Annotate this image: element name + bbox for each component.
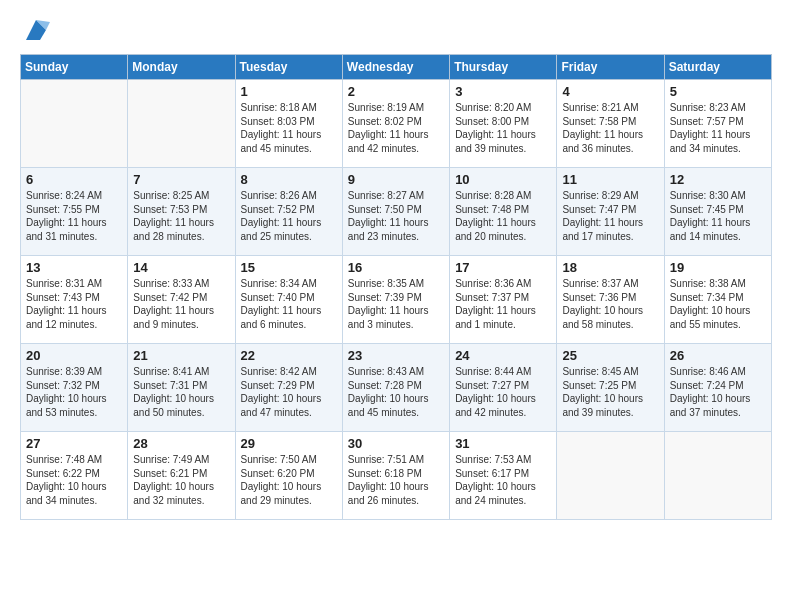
day-detail: Sunrise: 8:43 AM Sunset: 7:28 PM Dayligh… xyxy=(348,365,444,419)
day-cell: 8Sunrise: 8:26 AM Sunset: 7:52 PM Daylig… xyxy=(235,168,342,256)
day-detail: Sunrise: 8:46 AM Sunset: 7:24 PM Dayligh… xyxy=(670,365,766,419)
day-cell: 19Sunrise: 8:38 AM Sunset: 7:34 PM Dayli… xyxy=(664,256,771,344)
header-cell-sunday: Sunday xyxy=(21,55,128,80)
day-detail: Sunrise: 8:26 AM Sunset: 7:52 PM Dayligh… xyxy=(241,189,337,243)
day-detail: Sunrise: 8:44 AM Sunset: 7:27 PM Dayligh… xyxy=(455,365,551,419)
day-cell: 23Sunrise: 8:43 AM Sunset: 7:28 PM Dayli… xyxy=(342,344,449,432)
day-detail: Sunrise: 8:45 AM Sunset: 7:25 PM Dayligh… xyxy=(562,365,658,419)
calendar-table: SundayMondayTuesdayWednesdayThursdayFrid… xyxy=(20,54,772,520)
day-number: 26 xyxy=(670,348,766,363)
day-cell: 3Sunrise: 8:20 AM Sunset: 8:00 PM Daylig… xyxy=(450,80,557,168)
logo xyxy=(20,16,50,44)
day-cell: 28Sunrise: 7:49 AM Sunset: 6:21 PM Dayli… xyxy=(128,432,235,520)
day-number: 9 xyxy=(348,172,444,187)
day-detail: Sunrise: 8:20 AM Sunset: 8:00 PM Dayligh… xyxy=(455,101,551,155)
day-number: 15 xyxy=(241,260,337,275)
day-detail: Sunrise: 8:19 AM Sunset: 8:02 PM Dayligh… xyxy=(348,101,444,155)
day-number: 16 xyxy=(348,260,444,275)
day-number: 11 xyxy=(562,172,658,187)
header-row: SundayMondayTuesdayWednesdayThursdayFrid… xyxy=(21,55,772,80)
day-detail: Sunrise: 8:29 AM Sunset: 7:47 PM Dayligh… xyxy=(562,189,658,243)
day-number: 13 xyxy=(26,260,122,275)
day-cell: 12Sunrise: 8:30 AM Sunset: 7:45 PM Dayli… xyxy=(664,168,771,256)
day-detail: Sunrise: 8:21 AM Sunset: 7:58 PM Dayligh… xyxy=(562,101,658,155)
header-cell-saturday: Saturday xyxy=(664,55,771,80)
day-number: 10 xyxy=(455,172,551,187)
day-detail: Sunrise: 8:34 AM Sunset: 7:40 PM Dayligh… xyxy=(241,277,337,331)
day-cell: 2Sunrise: 8:19 AM Sunset: 8:02 PM Daylig… xyxy=(342,80,449,168)
day-number: 23 xyxy=(348,348,444,363)
day-number: 28 xyxy=(133,436,229,451)
day-detail: Sunrise: 7:49 AM Sunset: 6:21 PM Dayligh… xyxy=(133,453,229,507)
day-detail: Sunrise: 8:37 AM Sunset: 7:36 PM Dayligh… xyxy=(562,277,658,331)
page: SundayMondayTuesdayWednesdayThursdayFrid… xyxy=(0,0,792,536)
logo-icon xyxy=(22,16,50,44)
day-number: 3 xyxy=(455,84,551,99)
day-cell: 10Sunrise: 8:28 AM Sunset: 7:48 PM Dayli… xyxy=(450,168,557,256)
day-cell: 7Sunrise: 8:25 AM Sunset: 7:53 PM Daylig… xyxy=(128,168,235,256)
day-cell: 29Sunrise: 7:50 AM Sunset: 6:20 PM Dayli… xyxy=(235,432,342,520)
day-number: 25 xyxy=(562,348,658,363)
week-row-1: 1Sunrise: 8:18 AM Sunset: 8:03 PM Daylig… xyxy=(21,80,772,168)
week-row-5: 27Sunrise: 7:48 AM Sunset: 6:22 PM Dayli… xyxy=(21,432,772,520)
day-number: 2 xyxy=(348,84,444,99)
day-number: 27 xyxy=(26,436,122,451)
day-cell: 31Sunrise: 7:53 AM Sunset: 6:17 PM Dayli… xyxy=(450,432,557,520)
header xyxy=(20,16,772,44)
day-detail: Sunrise: 8:39 AM Sunset: 7:32 PM Dayligh… xyxy=(26,365,122,419)
day-cell: 5Sunrise: 8:23 AM Sunset: 7:57 PM Daylig… xyxy=(664,80,771,168)
day-detail: Sunrise: 7:50 AM Sunset: 6:20 PM Dayligh… xyxy=(241,453,337,507)
day-cell: 25Sunrise: 8:45 AM Sunset: 7:25 PM Dayli… xyxy=(557,344,664,432)
day-detail: Sunrise: 8:25 AM Sunset: 7:53 PM Dayligh… xyxy=(133,189,229,243)
day-cell: 9Sunrise: 8:27 AM Sunset: 7:50 PM Daylig… xyxy=(342,168,449,256)
day-number: 4 xyxy=(562,84,658,99)
day-detail: Sunrise: 8:42 AM Sunset: 7:29 PM Dayligh… xyxy=(241,365,337,419)
day-cell: 26Sunrise: 8:46 AM Sunset: 7:24 PM Dayli… xyxy=(664,344,771,432)
day-cell: 27Sunrise: 7:48 AM Sunset: 6:22 PM Dayli… xyxy=(21,432,128,520)
day-detail: Sunrise: 7:51 AM Sunset: 6:18 PM Dayligh… xyxy=(348,453,444,507)
day-number: 22 xyxy=(241,348,337,363)
week-row-2: 6Sunrise: 8:24 AM Sunset: 7:55 PM Daylig… xyxy=(21,168,772,256)
header-cell-tuesday: Tuesday xyxy=(235,55,342,80)
day-number: 17 xyxy=(455,260,551,275)
week-row-3: 13Sunrise: 8:31 AM Sunset: 7:43 PM Dayli… xyxy=(21,256,772,344)
day-cell: 4Sunrise: 8:21 AM Sunset: 7:58 PM Daylig… xyxy=(557,80,664,168)
day-cell xyxy=(557,432,664,520)
day-number: 20 xyxy=(26,348,122,363)
day-cell: 13Sunrise: 8:31 AM Sunset: 7:43 PM Dayli… xyxy=(21,256,128,344)
day-number: 21 xyxy=(133,348,229,363)
day-detail: Sunrise: 8:33 AM Sunset: 7:42 PM Dayligh… xyxy=(133,277,229,331)
day-cell: 20Sunrise: 8:39 AM Sunset: 7:32 PM Dayli… xyxy=(21,344,128,432)
header-cell-wednesday: Wednesday xyxy=(342,55,449,80)
day-cell: 16Sunrise: 8:35 AM Sunset: 7:39 PM Dayli… xyxy=(342,256,449,344)
day-cell: 30Sunrise: 7:51 AM Sunset: 6:18 PM Dayli… xyxy=(342,432,449,520)
day-number: 24 xyxy=(455,348,551,363)
day-detail: Sunrise: 8:24 AM Sunset: 7:55 PM Dayligh… xyxy=(26,189,122,243)
day-detail: Sunrise: 8:27 AM Sunset: 7:50 PM Dayligh… xyxy=(348,189,444,243)
day-detail: Sunrise: 8:30 AM Sunset: 7:45 PM Dayligh… xyxy=(670,189,766,243)
day-detail: Sunrise: 7:53 AM Sunset: 6:17 PM Dayligh… xyxy=(455,453,551,507)
day-number: 14 xyxy=(133,260,229,275)
header-cell-friday: Friday xyxy=(557,55,664,80)
day-cell: 14Sunrise: 8:33 AM Sunset: 7:42 PM Dayli… xyxy=(128,256,235,344)
day-number: 30 xyxy=(348,436,444,451)
day-number: 7 xyxy=(133,172,229,187)
day-detail: Sunrise: 8:31 AM Sunset: 7:43 PM Dayligh… xyxy=(26,277,122,331)
day-detail: Sunrise: 8:18 AM Sunset: 8:03 PM Dayligh… xyxy=(241,101,337,155)
day-cell: 17Sunrise: 8:36 AM Sunset: 7:37 PM Dayli… xyxy=(450,256,557,344)
day-number: 29 xyxy=(241,436,337,451)
day-cell: 18Sunrise: 8:37 AM Sunset: 7:36 PM Dayli… xyxy=(557,256,664,344)
day-detail: Sunrise: 8:28 AM Sunset: 7:48 PM Dayligh… xyxy=(455,189,551,243)
day-detail: Sunrise: 8:35 AM Sunset: 7:39 PM Dayligh… xyxy=(348,277,444,331)
day-detail: Sunrise: 8:41 AM Sunset: 7:31 PM Dayligh… xyxy=(133,365,229,419)
day-number: 18 xyxy=(562,260,658,275)
day-cell: 15Sunrise: 8:34 AM Sunset: 7:40 PM Dayli… xyxy=(235,256,342,344)
day-cell xyxy=(128,80,235,168)
day-number: 5 xyxy=(670,84,766,99)
day-detail: Sunrise: 8:23 AM Sunset: 7:57 PM Dayligh… xyxy=(670,101,766,155)
day-cell xyxy=(21,80,128,168)
day-cell xyxy=(664,432,771,520)
day-number: 1 xyxy=(241,84,337,99)
day-cell: 22Sunrise: 8:42 AM Sunset: 7:29 PM Dayli… xyxy=(235,344,342,432)
day-number: 6 xyxy=(26,172,122,187)
